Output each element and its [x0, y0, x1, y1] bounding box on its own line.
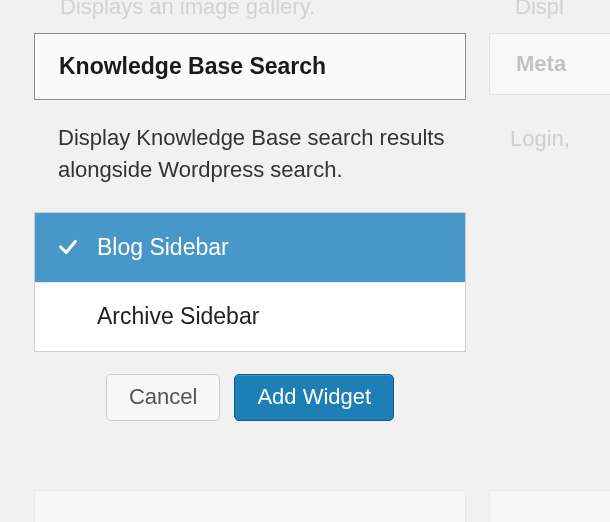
- ghost-widget-desc-right: Displ: [515, 0, 564, 20]
- add-widget-button[interactable]: Add Widget: [234, 374, 394, 421]
- ghost-widget-card-bottom-left: [34, 490, 466, 522]
- ghost-widget-card-bottom-right: [489, 490, 610, 522]
- widget-card[interactable]: Knowledge Base Search: [34, 33, 466, 100]
- sidebar-option-blog[interactable]: Blog Sidebar: [35, 213, 465, 282]
- sidebar-option-label: Archive Sidebar: [97, 303, 259, 330]
- sidebar-target-list: Blog Sidebar Archive Sidebar: [34, 212, 466, 352]
- button-row: Cancel Add Widget: [34, 374, 466, 421]
- checkmark-icon: [57, 236, 79, 258]
- ghost-widget-desc-meta: Login,: [510, 126, 570, 152]
- widget-description: Display Knowledge Base search results al…: [58, 122, 461, 186]
- sidebar-option-label: Blog Sidebar: [97, 234, 229, 261]
- ghost-widget-title-meta: Meta: [516, 51, 566, 77]
- sidebar-option-archive[interactable]: Archive Sidebar: [35, 282, 465, 351]
- ghost-widget-card-meta: Meta: [489, 33, 610, 95]
- widget-title: Knowledge Base Search: [59, 53, 441, 80]
- cancel-button[interactable]: Cancel: [106, 374, 220, 421]
- ghost-widget-desc-left: Displays an image gallery.: [60, 0, 315, 20]
